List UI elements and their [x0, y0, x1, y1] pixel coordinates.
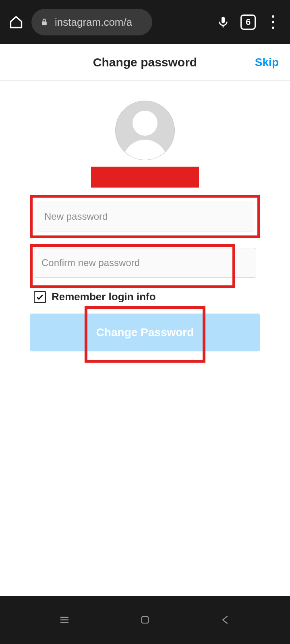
home-icon[interactable]	[8, 14, 24, 30]
system-nav-bar	[0, 596, 290, 644]
remember-checkbox[interactable]	[34, 291, 46, 303]
avatar	[115, 101, 175, 160]
svg-rect-6	[142, 617, 148, 623]
username-redaction	[91, 167, 199, 188]
url-text: instagram.com/a	[55, 16, 132, 29]
change-password-form: Remember login info Change Password	[30, 195, 260, 351]
tabs-button[interactable]: 6	[239, 13, 257, 31]
confirm-password-input[interactable]	[34, 248, 256, 278]
remember-label: Remember login info	[52, 291, 156, 303]
skip-link[interactable]: Skip	[255, 56, 279, 69]
svg-rect-0	[42, 21, 47, 25]
url-bar[interactable]: instagram.com/a	[31, 9, 152, 35]
svg-rect-1	[222, 17, 225, 23]
remember-login-row: Remember login info	[30, 287, 260, 312]
confirm-password-field-wrap	[30, 244, 260, 282]
new-password-field-wrap	[30, 195, 260, 238]
mic-icon[interactable]	[214, 13, 232, 31]
browser-bar: instagram.com/a 6	[0, 0, 290, 44]
page-header: Change password Skip	[0, 44, 290, 80]
new-password-input[interactable]	[37, 202, 253, 231]
submit-row: Change Password	[30, 312, 260, 351]
home-nav-icon[interactable]	[137, 612, 153, 628]
change-password-button[interactable]: Change Password	[30, 314, 260, 351]
main-content: Remember login info Change Password	[0, 80, 290, 351]
recent-apps-icon[interactable]	[56, 612, 72, 628]
tab-count-badge: 6	[240, 14, 256, 30]
page-title: Change password	[93, 56, 197, 69]
lock-icon	[40, 17, 48, 27]
kebab-menu-icon[interactable]	[264, 13, 282, 31]
back-nav-icon[interactable]	[218, 612, 234, 628]
